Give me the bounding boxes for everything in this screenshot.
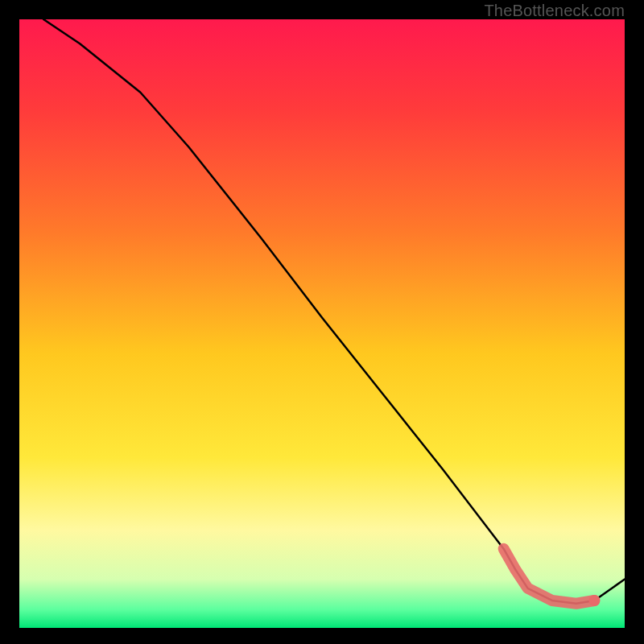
chart-canvas xyxy=(19,19,625,628)
watermark-label: TheBottleneck.com xyxy=(484,2,625,20)
highlight-end-dot xyxy=(588,595,600,606)
chart-background xyxy=(19,19,625,628)
chart-frame xyxy=(19,19,625,628)
